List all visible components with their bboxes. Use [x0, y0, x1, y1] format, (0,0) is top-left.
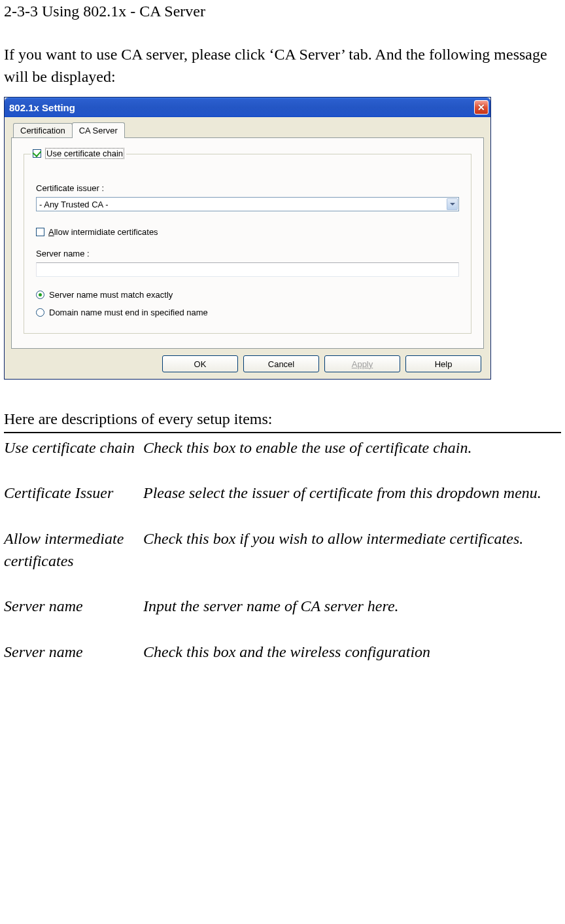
- desc-label: Certificate Issuer: [4, 482, 143, 505]
- cert-issuer-value: - Any Trusted CA -: [39, 200, 109, 209]
- section-heading: 2-3-3 Using 802.1x - CA Server: [4, 3, 561, 20]
- chevron-down-icon[interactable]: [447, 198, 458, 210]
- radio-domain-end-row: Domain name must end in specified name: [36, 308, 459, 317]
- descriptions-table: Use certificate chain Check this box to …: [4, 437, 561, 664]
- server-name-input[interactable]: [36, 262, 459, 277]
- tab-certification[interactable]: Certification: [13, 123, 73, 137]
- close-icon: ✕: [477, 102, 485, 113]
- desc-row-cert-issuer: Certificate Issuer Please select the iss…: [4, 482, 561, 505]
- use-cert-chain-row: Use certificate chain: [31, 148, 126, 159]
- window-title: 802.1x Setting: [9, 102, 75, 113]
- desc-value: Input the server name of CA server here.: [143, 595, 561, 618]
- help-button[interactable]: Help: [405, 355, 481, 372]
- radio-match-exactly-label[interactable]: Server name must match exactly: [49, 290, 173, 300]
- allow-intermediate-row: Allow intermidiate certificates: [36, 227, 459, 237]
- desc-value: Check this box if you wish to allow inte…: [143, 528, 561, 572]
- use-cert-chain-checkbox[interactable]: [33, 149, 41, 158]
- desc-label: Allow intermediate certificates: [4, 528, 143, 572]
- radio-domain-end[interactable]: [36, 308, 44, 317]
- desc-value: Check this box and the wireless configur…: [143, 641, 561, 664]
- close-button[interactable]: ✕: [474, 100, 488, 115]
- tab-ca-server[interactable]: CA Server: [72, 122, 125, 138]
- desc-row-server-name-2: Server name Check this box and the wirel…: [4, 641, 561, 664]
- server-name-label: Server name :: [36, 249, 459, 258]
- radio-match-exactly[interactable]: [36, 291, 44, 299]
- use-cert-chain-label[interactable]: Use certificate chain: [45, 148, 124, 159]
- tabs: Certification CA Server: [13, 122, 484, 137]
- desc-row-allow-intermediate: Allow intermediate certificates Check th…: [4, 528, 561, 572]
- descriptions-intro: Here are descriptions of every setup ite…: [4, 408, 561, 431]
- apply-label: Apply: [352, 359, 373, 369]
- desc-label: Server name: [4, 595, 143, 618]
- intro-text: If you want to use CA server, please cli…: [4, 44, 561, 88]
- radio-domain-end-label[interactable]: Domain name must end in specified name: [49, 308, 208, 317]
- allow-intermediate-checkbox[interactable]: [36, 228, 44, 236]
- apply-button[interactable]: Apply: [324, 355, 400, 372]
- certificate-groupbox: Use certificate chain Certificate issuer…: [24, 154, 471, 334]
- allow-intermediate-label[interactable]: Allow intermidiate certificates: [48, 227, 158, 237]
- radio-match-exactly-row: Server name must match exactly: [36, 290, 459, 300]
- desc-row-server-name: Server name Input the server name of CA …: [4, 595, 561, 618]
- settings-window: 802.1x Setting ✕ Certification CA Server…: [4, 97, 491, 380]
- divider: [4, 432, 561, 433]
- desc-label: Use certificate chain: [4, 437, 143, 459]
- desc-value: Please select the issuer of certificate …: [143, 482, 561, 505]
- window-body: Certification CA Server Use certificate …: [5, 117, 490, 379]
- cert-issuer-dropdown[interactable]: - Any Trusted CA -: [36, 197, 459, 211]
- titlebar: 802.1x Setting ✕: [5, 98, 490, 117]
- cert-issuer-label: Certificate issuer :: [36, 183, 459, 193]
- button-row: OK Cancel Apply Help: [11, 355, 484, 372]
- desc-row-use-cert-chain: Use certificate chain Check this box to …: [4, 437, 561, 459]
- ok-button[interactable]: OK: [162, 355, 238, 372]
- tab-panel: Use certificate chain Certificate issuer…: [11, 137, 484, 349]
- desc-value: Check this box to enable the use of cert…: [143, 437, 561, 459]
- cancel-button[interactable]: Cancel: [243, 355, 319, 372]
- desc-label: Server name: [4, 641, 143, 664]
